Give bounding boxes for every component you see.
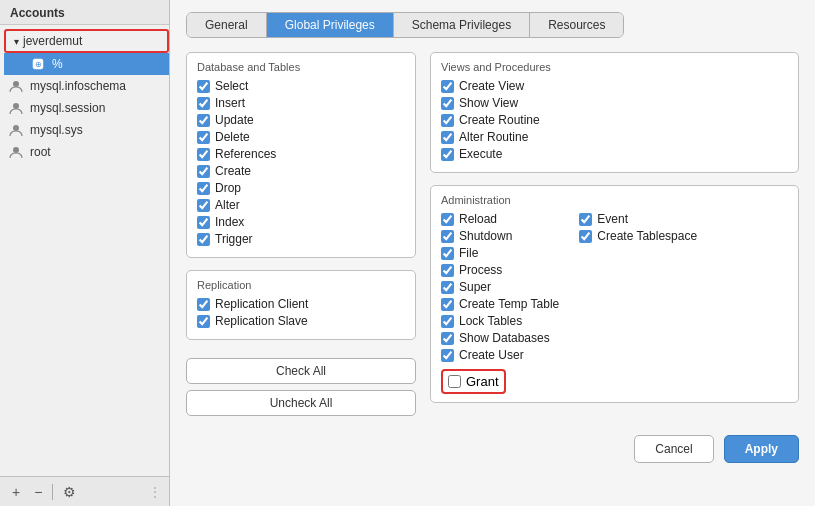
sidebar-item-label-infoschema: mysql.infoschema <box>30 79 126 93</box>
checkbox-update[interactable] <box>197 114 210 127</box>
checkbox-reload[interactable] <box>441 213 454 226</box>
views-procedures-section: Views and Procedures Create View Show Vi… <box>430 52 799 173</box>
sidebar-item-label-root: root <box>30 145 51 159</box>
label-update: Update <box>215 113 254 127</box>
sidebar-item-root[interactable]: root <box>0 141 169 163</box>
checkbox-create-user[interactable] <box>441 349 454 362</box>
tab-general[interactable]: General <box>187 13 267 37</box>
label-execute: Execute <box>459 147 502 161</box>
sidebar-item-mysql-sys[interactable]: mysql.sys <box>0 119 169 141</box>
user-group-jeverdemut: ▾ jeverdemut ⊕ <box>0 29 169 75</box>
check-all-button[interactable]: Check All <box>186 358 416 384</box>
priv-create-tablespace: Create Tablespace <box>579 229 697 243</box>
sidebar-item-mysql-session[interactable]: mysql.session <box>0 97 169 119</box>
checkbox-create-view[interactable] <box>441 80 454 93</box>
label-drop: Drop <box>215 181 241 195</box>
priv-alter-routine: Alter Routine <box>441 130 788 144</box>
remove-account-button[interactable]: − <box>30 482 46 502</box>
sidebar: Accounts ▾ jeverdemut <box>0 0 170 506</box>
checkbox-select[interactable] <box>197 80 210 93</box>
tab-resources[interactable]: Resources <box>530 13 623 37</box>
checkbox-alter[interactable] <box>197 199 210 212</box>
checkbox-super[interactable] <box>441 281 454 294</box>
checkbox-lock-tables[interactable] <box>441 315 454 328</box>
svg-point-5 <box>13 125 19 131</box>
bottom-bar: Cancel Apply <box>430 427 799 463</box>
add-account-button[interactable]: + <box>8 482 24 502</box>
label-file: File <box>459 246 478 260</box>
tab-global-privileges[interactable]: Global Privileges <box>267 13 394 37</box>
checkbox-create-temp-table[interactable] <box>441 298 454 311</box>
priv-show-view: Show View <box>441 96 788 110</box>
sidebar-item-percent[interactable]: ⊕ % <box>4 53 169 75</box>
priv-alter: Alter <box>197 198 405 212</box>
left-column: Database and Tables Select Insert Update <box>186 52 416 494</box>
label-create-routine: Create Routine <box>459 113 540 127</box>
checkbox-create-tablespace[interactable] <box>579 230 592 243</box>
tab-schema-privileges[interactable]: Schema Privileges <box>394 13 530 37</box>
label-shutdown: Shutdown <box>459 229 512 243</box>
priv-trigger: Trigger <box>197 232 405 246</box>
resize-handle-icon: ⋮ <box>149 485 161 499</box>
checkbox-references[interactable] <box>197 148 210 161</box>
priv-replication-client: Replication Client <box>197 297 405 311</box>
checkbox-file[interactable] <box>441 247 454 260</box>
checkbox-create[interactable] <box>197 165 210 178</box>
label-process: Process <box>459 263 502 277</box>
checkbox-index[interactable] <box>197 216 210 229</box>
checkbox-drop[interactable] <box>197 182 210 195</box>
checkbox-show-view[interactable] <box>441 97 454 110</box>
cancel-button[interactable]: Cancel <box>634 435 713 463</box>
label-super: Super <box>459 280 491 294</box>
admin-col2: Event Create Tablespace <box>579 212 697 365</box>
right-column: Views and Procedures Create View Show Vi… <box>430 52 799 494</box>
priv-create: Create <box>197 164 405 178</box>
checkbox-replication-client[interactable] <box>197 298 210 311</box>
user-icon-session <box>8 100 24 116</box>
gear-button[interactable]: ⚙ <box>59 482 80 502</box>
checkbox-shutdown[interactable] <box>441 230 454 243</box>
priv-event: Event <box>579 212 697 226</box>
label-create-view: Create View <box>459 79 524 93</box>
checkbox-alter-routine[interactable] <box>441 131 454 144</box>
user-icon-infoschema <box>8 78 24 94</box>
label-create-user: Create User <box>459 348 524 362</box>
administration-title: Administration <box>441 194 788 206</box>
label-select: Select <box>215 79 248 93</box>
checkbox-event[interactable] <box>579 213 592 226</box>
priv-update: Update <box>197 113 405 127</box>
action-buttons: Check All Uncheck All <box>186 358 416 416</box>
sidebar-item-mysql-infoschema[interactable]: mysql.infoschema <box>0 75 169 97</box>
expand-arrow-icon: ▾ <box>14 36 19 47</box>
administration-columns: Reload Shutdown File <box>441 212 788 365</box>
label-trigger: Trigger <box>215 232 253 246</box>
apply-button[interactable]: Apply <box>724 435 799 463</box>
label-alter-routine: Alter Routine <box>459 130 528 144</box>
checkbox-process[interactable] <box>441 264 454 277</box>
checkbox-create-routine[interactable] <box>441 114 454 127</box>
sidebar-item-jeverdemut[interactable]: ▾ jeverdemut <box>4 29 169 53</box>
priv-super: Super <box>441 280 559 294</box>
priv-shutdown: Shutdown <box>441 229 559 243</box>
label-create-temp-table: Create Temp Table <box>459 297 559 311</box>
label-lock-tables: Lock Tables <box>459 314 522 328</box>
priv-references: References <box>197 147 405 161</box>
database-tables-section: Database and Tables Select Insert Update <box>186 52 416 258</box>
checkbox-execute[interactable] <box>441 148 454 161</box>
checkbox-trigger[interactable] <box>197 233 210 246</box>
sidebar-item-label-percent: % <box>52 57 63 71</box>
administration-section: Administration Reload Shutdown <box>430 185 799 403</box>
checkbox-delete[interactable] <box>197 131 210 144</box>
priv-create-routine: Create Routine <box>441 113 788 127</box>
database-tables-title: Database and Tables <box>197 61 405 73</box>
user-icon-root <box>8 144 24 160</box>
checkbox-show-databases[interactable] <box>441 332 454 345</box>
checkbox-replication-slave[interactable] <box>197 315 210 328</box>
uncheck-all-button[interactable]: Uncheck All <box>186 390 416 416</box>
label-reload: Reload <box>459 212 497 226</box>
priv-drop: Drop <box>197 181 405 195</box>
sidebar-header: Accounts <box>0 0 169 25</box>
checkbox-grant[interactable] <box>448 375 461 388</box>
checkbox-insert[interactable] <box>197 97 210 110</box>
label-create: Create <box>215 164 251 178</box>
